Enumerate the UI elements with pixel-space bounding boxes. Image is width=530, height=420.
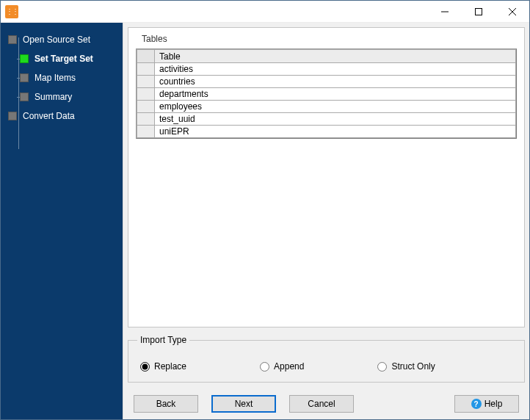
tables-grid[interactable]: Table activitiescountriesdepartmentsempl… (136, 48, 517, 139)
sidebar-item-label: Set Target Set (35, 54, 93, 64)
close-button[interactable] (495, 1, 529, 23)
sidebar-step-icon (20, 54, 29, 63)
wizard-sidebar: Open Source SetSet Target SetMap ItemsSu… (1, 23, 123, 419)
button-bar: Back Next Cancel ? Help (123, 388, 529, 419)
table-cell[interactable]: uniEPR (155, 126, 516, 138)
sidebar-step-icon (8, 35, 17, 44)
main-content: Tables Table activitiescountriesdepartme… (123, 23, 529, 419)
sidebar-item-open-source-set[interactable]: Open Source Set (5, 30, 118, 49)
sidebar-item-set-target-set[interactable]: Set Target Set (17, 49, 118, 68)
cancel-button-label: Cancel (308, 399, 335, 409)
table-cell[interactable]: departments (155, 88, 516, 101)
row-header (137, 88, 155, 101)
cancel-button[interactable]: Cancel (289, 395, 354, 413)
svg-rect-1 (476, 8, 482, 15)
sidebar-item-label: Map Items (35, 73, 76, 83)
table-cell[interactable]: countries (155, 76, 516, 88)
radio-label: Replace (154, 361, 186, 372)
help-icon: ? (471, 399, 482, 409)
sidebar-item-convert-data[interactable]: Convert Data (5, 106, 118, 126)
sidebar-step-icon (20, 93, 29, 101)
radio-input[interactable] (260, 362, 269, 372)
radio-label: Struct Only (391, 361, 435, 372)
radio-input[interactable] (377, 362, 387, 372)
back-button[interactable]: Back (134, 395, 198, 413)
table-row[interactable]: test_uuid (137, 113, 516, 126)
row-header (137, 101, 155, 113)
help-button[interactable]: ? Help (454, 395, 519, 413)
row-header (137, 126, 155, 138)
app-icon (5, 5, 18, 18)
sidebar-item-summary[interactable]: Summary (17, 87, 118, 106)
table-row[interactable]: activities (137, 63, 516, 76)
table-row[interactable]: uniEPR (137, 126, 516, 138)
titlebar (1, 1, 529, 23)
import-type-title: Import Type (137, 335, 189, 345)
radio-label: Append (274, 361, 304, 372)
sidebar-item-label: Open Source Set (23, 35, 90, 45)
sidebar-item-label: Convert Data (23, 111, 75, 121)
table-corner-header (137, 50, 155, 63)
table-row[interactable]: employees (137, 101, 516, 113)
row-header (137, 63, 155, 76)
table-cell[interactable]: activities (155, 63, 516, 76)
table-column-header[interactable]: Table (155, 50, 516, 63)
minimize-button[interactable] (428, 1, 462, 23)
help-button-label: Help (484, 399, 503, 409)
radio-input[interactable] (140, 362, 150, 372)
table-cell[interactable]: employees (155, 101, 516, 113)
table-row[interactable]: countries (137, 76, 516, 88)
radio-struct-only[interactable]: Struct Only (377, 361, 435, 372)
table-cell[interactable]: test_uuid (155, 113, 516, 126)
row-header (137, 76, 155, 88)
radio-append[interactable]: Append (260, 361, 304, 372)
maximize-button[interactable] (462, 1, 495, 23)
sidebar-step-icon (8, 112, 17, 120)
row-header (137, 113, 155, 126)
radio-replace[interactable]: Replace (140, 361, 186, 372)
import-type-group: Import Type ReplaceAppendStruct Only (128, 335, 525, 383)
tables-title: Tables (128, 28, 524, 48)
sidebar-item-label: Summary (35, 92, 72, 102)
sidebar-item-map-items[interactable]: Map Items (17, 68, 118, 87)
table-row[interactable]: departments (137, 88, 516, 101)
next-button[interactable]: Next (211, 395, 276, 413)
sidebar-step-icon (20, 73, 29, 82)
next-button-label: Next (235, 399, 253, 409)
back-button-label: Back (156, 399, 176, 409)
